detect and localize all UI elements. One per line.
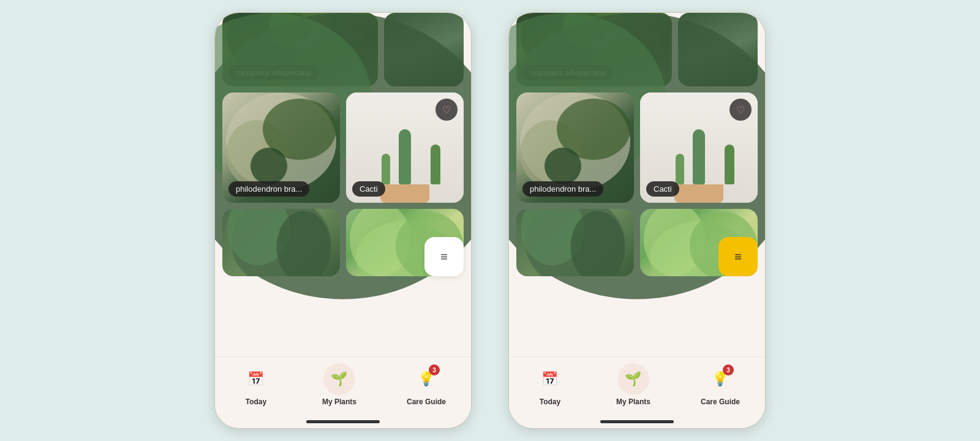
nav-myplants-label-1: My Plants bbox=[322, 398, 356, 406]
cacti-tall-2 bbox=[693, 129, 705, 184]
cacti-label-1: Cacti bbox=[352, 181, 385, 197]
svg-point-22 bbox=[678, 13, 758, 86]
calendar-icon-1: 📅 bbox=[247, 371, 264, 387]
cacti-label-2: Cacti bbox=[646, 181, 679, 197]
nav-careguide-label-2: Care Guide bbox=[701, 398, 740, 406]
cacti-card-2[interactable]: ♡ Cacti bbox=[640, 92, 758, 203]
phone-frame-1: monstera siltepecana bbox=[214, 12, 472, 429]
home-indicator-2 bbox=[600, 420, 674, 423]
svg-point-10 bbox=[251, 148, 287, 184]
nav-careguide-icon-wrap-2: 💡 3 bbox=[704, 363, 736, 395]
phone-content-1: monstera siltepecana bbox=[215, 13, 471, 356]
bottom-nav-1: 📅 Today 🌱 My Plants 💡 3 Care Guide bbox=[215, 356, 471, 418]
monstera-card-small-1[interactable] bbox=[384, 13, 464, 86]
philodendron-card-2[interactable]: philodendron bra... bbox=[516, 92, 634, 203]
cacti-small-1b bbox=[431, 145, 440, 184]
nav-myplants-1[interactable]: 🌱 My Plants bbox=[322, 363, 356, 406]
cacti-card-1[interactable]: ♡ Cacti bbox=[346, 92, 464, 203]
phone-frame-2: monstera siltepecana bbox=[508, 12, 766, 429]
philodendron-label-2: philodendron bra... bbox=[522, 181, 603, 197]
grid-row-3-2: ≡ bbox=[516, 209, 758, 276]
nav-myplants-icon-wrap-2: 🌱 bbox=[617, 363, 649, 395]
nav-careguide-1[interactable]: 💡 3 Care Guide bbox=[407, 363, 446, 406]
filter-icon-1: ≡ bbox=[440, 251, 448, 263]
filter-button-2[interactable]: ≡ bbox=[718, 237, 758, 276]
nav-today-2[interactable]: 📅 Today bbox=[534, 363, 566, 406]
plant-icon-2: 🌱 bbox=[625, 371, 641, 387]
philodendron-card-1[interactable]: philodendron bra... bbox=[222, 92, 340, 203]
heart-button-1[interactable]: ♡ bbox=[435, 99, 458, 121]
care-guide-badge-2: 3 bbox=[723, 364, 734, 375]
monstera-bg-small-1 bbox=[384, 13, 464, 86]
nav-myplants-label-2: My Plants bbox=[616, 398, 650, 406]
cacti-small-2a bbox=[676, 154, 684, 184]
cacti-tall-1 bbox=[399, 129, 411, 184]
nav-today-icon-wrap-1: 📅 bbox=[240, 363, 272, 395]
phone-content-2: monstera siltepecana bbox=[509, 13, 765, 356]
grid-row-2-1: monstera siltepecana bbox=[516, 13, 758, 86]
cacti-pot-2 bbox=[674, 184, 723, 203]
bottom-nav-2: 📅 Today 🌱 My Plants 💡 3 Care Guide bbox=[509, 356, 765, 418]
monstera-bg-small-2 bbox=[678, 13, 758, 86]
nav-careguide-icon-wrap-1: 💡 3 bbox=[410, 363, 442, 395]
cacti-small-2b bbox=[725, 145, 734, 184]
nav-careguide-label-1: Care Guide bbox=[407, 398, 446, 406]
care-guide-badge-1: 3 bbox=[429, 364, 440, 375]
philodendron-label-1: philodendron bra... bbox=[228, 181, 309, 197]
monstera-card-small-2[interactable] bbox=[678, 13, 758, 86]
nav-myplants-2[interactable]: 🌱 My Plants bbox=[616, 363, 650, 406]
svg-point-5 bbox=[384, 13, 464, 86]
plant-grid-1: monstera siltepecana bbox=[215, 13, 471, 276]
nav-careguide-2[interactable]: 💡 3 Care Guide bbox=[701, 363, 740, 406]
plant-grid-2: monstera siltepecana bbox=[509, 13, 765, 276]
calendar-icon-2: 📅 bbox=[541, 371, 558, 387]
cacti-small-1a bbox=[382, 154, 390, 184]
grid-row-1: monstera siltepecana bbox=[222, 13, 464, 86]
plant-icon-1: 🌱 bbox=[331, 371, 347, 387]
nav-today-label-2: Today bbox=[540, 398, 560, 406]
cacti-pot-1 bbox=[380, 184, 429, 203]
svg-point-27 bbox=[545, 148, 581, 184]
nav-today-icon-wrap-2: 📅 bbox=[534, 363, 566, 395]
heart-button-2[interactable]: ♡ bbox=[729, 99, 752, 121]
nav-myplants-icon-wrap-1: 🌱 bbox=[323, 363, 355, 395]
grid-row-3: ≡ bbox=[222, 209, 464, 276]
dracaena-card-1[interactable] bbox=[222, 209, 340, 276]
filter-icon-2: ≡ bbox=[734, 251, 742, 263]
dracaena-card-2[interactable] bbox=[516, 209, 634, 276]
nav-today-1[interactable]: 📅 Today bbox=[240, 363, 272, 406]
nav-today-label-1: Today bbox=[246, 398, 266, 406]
filter-button-1[interactable]: ≡ bbox=[424, 237, 464, 276]
home-indicator-1 bbox=[306, 420, 380, 423]
